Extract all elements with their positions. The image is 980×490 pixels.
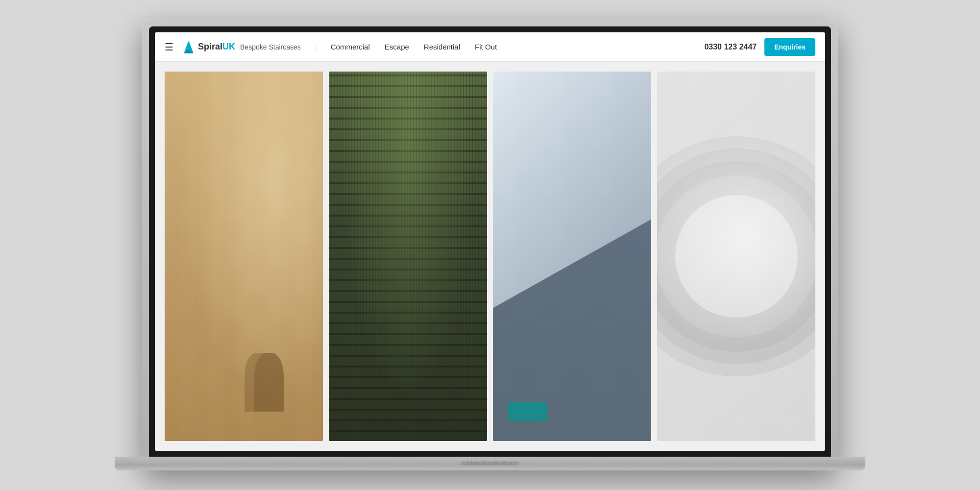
hamburger-icon[interactable]: ☰ (165, 41, 173, 53)
nav-tagline: Bespoke Staircases (240, 43, 316, 51)
card-residential-image (493, 72, 651, 441)
screen-bezel: ☰ SpiralUK Bespoke Staircases Commercial… (149, 26, 831, 457)
macbook-pro-label: MacBook Pro (467, 459, 514, 466)
navbar: ☰ SpiralUK Bespoke Staircases Commercial… (155, 32, 825, 62)
logo-spiral-text: Spiral (198, 42, 222, 52)
card-fitout-image (657, 72, 815, 441)
card-escape-image (329, 72, 487, 441)
nav-link-commercial[interactable]: Commercial (331, 43, 370, 51)
main-content: Staircases for commercial spaces We desi… (155, 62, 825, 451)
card-residential: Staircases for homes We create bespoke s… (493, 72, 651, 441)
nav-link-escape[interactable]: Escape (385, 43, 409, 51)
nav-links: Commercial Escape Residential Fit Out (331, 43, 705, 51)
logo-icon (181, 39, 196, 55)
logo[interactable]: SpiralUK (181, 39, 235, 55)
logo-uk-text: UK (222, 42, 235, 52)
card-commercial-image (165, 72, 323, 441)
card-escape: Escape stairs We manufacture and install… (329, 72, 487, 441)
phone-number: 0330 123 2447 (704, 43, 757, 51)
laptop-shell: ☰ SpiralUK Bespoke Staircases Commercial… (142, 20, 838, 470)
card-commercial: Staircases for commercial spaces We desi… (165, 72, 323, 441)
cards-grid: Staircases for commercial spaces We desi… (165, 72, 815, 441)
card-fitout: Fit out staircases We work alongside the… (657, 72, 815, 441)
enquiries-button[interactable]: Enquiries (764, 38, 815, 56)
nav-link-residential[interactable]: Residential (424, 43, 460, 51)
screen: ☰ SpiralUK Bespoke Staircases Commercial… (155, 32, 825, 451)
nav-link-fitout[interactable]: Fit Out (475, 43, 497, 51)
